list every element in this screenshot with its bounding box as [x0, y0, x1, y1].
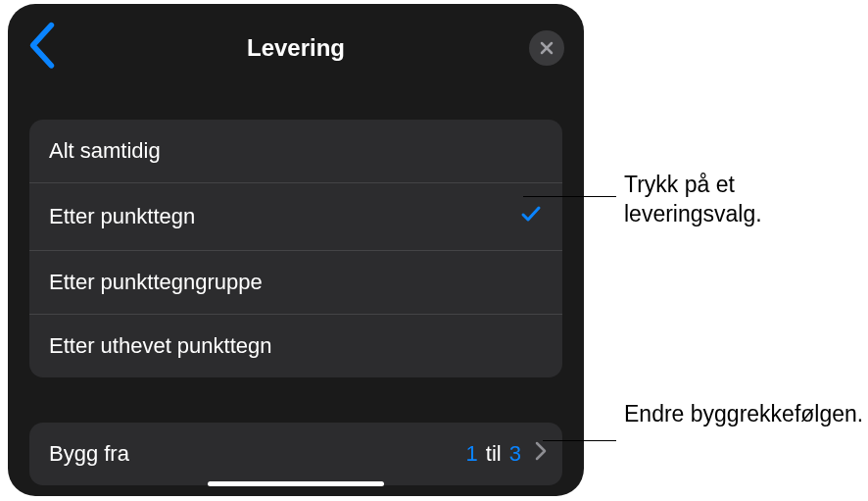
- option-label: Etter uthevet punkttegn: [49, 333, 272, 359]
- build-from-label: Bygg fra: [49, 441, 129, 467]
- panel-title: Levering: [247, 34, 345, 62]
- callout-build-order: Endre byggrekkefølgen.: [624, 400, 863, 429]
- build-from-number: 1: [466, 441, 478, 467]
- option-label: Etter punkttegn: [49, 204, 195, 229]
- checkmark-icon: [519, 202, 543, 231]
- delivery-settings-panel: Levering Alt samtidig Etter punkttegn: [8, 4, 584, 496]
- panel-content: Alt samtidig Etter punkttegn Etter punkt…: [8, 90, 584, 485]
- delivery-options-list: Alt samtidig Etter punkttegn Etter punkt…: [29, 120, 562, 377]
- callout-leader-line: [543, 440, 616, 441]
- home-indicator[interactable]: [208, 481, 384, 486]
- panel-header: Levering: [8, 20, 584, 90]
- build-range-value: 1 til 3: [466, 441, 547, 467]
- build-from-row[interactable]: Bygg fra 1 til 3: [29, 423, 562, 485]
- option-label: Alt samtidig: [49, 138, 161, 164]
- delivery-option-by-bullet-group[interactable]: Etter punkttegngruppe: [29, 251, 562, 315]
- chevron-right-icon: [535, 441, 547, 467]
- build-range-separator: til: [486, 441, 502, 467]
- delivery-option-by-bullet[interactable]: Etter punkttegn: [29, 183, 562, 251]
- callout-delivery-option: Trykk på et leveringsvalg.: [624, 171, 868, 229]
- callout-leader-line: [523, 196, 616, 197]
- back-button[interactable]: [27, 20, 57, 76]
- build-to-number: 3: [509, 441, 521, 467]
- close-button[interactable]: [529, 30, 564, 66]
- option-label: Etter punkttegngruppe: [49, 270, 263, 295]
- build-from-group: Bygg fra 1 til 3: [29, 423, 562, 485]
- delivery-option-by-highlighted-bullet[interactable]: Etter uthevet punkttegn: [29, 315, 562, 377]
- delivery-option-all-at-once[interactable]: Alt samtidig: [29, 120, 562, 183]
